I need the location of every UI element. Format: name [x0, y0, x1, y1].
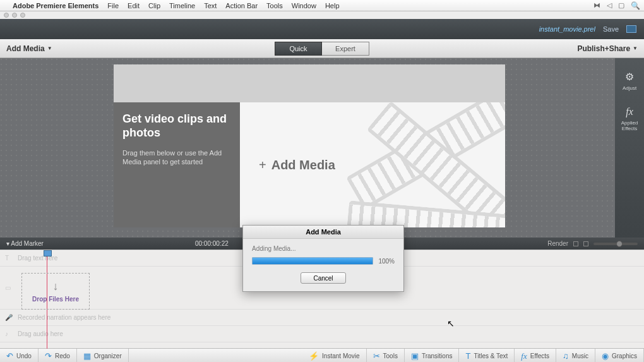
add-media-dropdown[interactable]: Add Media ▼ [0, 44, 59, 53]
tools-button[interactable]: ✂Tools [367, 349, 405, 363]
graphics-icon: ◉ [602, 351, 609, 361]
menu-tools[interactable]: Tools [266, 2, 283, 9]
adjust-tab[interactable]: ⚙ Adjust [623, 71, 636, 91]
instruction-heading: Get video clips and photos [122, 112, 231, 140]
timecode: 00:00:00:22 [195, 240, 229, 247]
filmstrip-decoration [366, 102, 505, 227]
menu-clip[interactable]: Clip [148, 2, 160, 9]
action-bar: ↶Undo ↷Redo ▦Organizer ⚡Instant Movie ✂T… [0, 348, 644, 362]
undo-icon: ↶ [6, 351, 13, 361]
graphics-button[interactable]: ◉Graphics [595, 349, 644, 363]
mic-track-icon: 🎤 [5, 314, 13, 321]
instruction-panel: Get video clips and photos Drag them bel… [114, 102, 240, 227]
monitor-stage: Get video clips and photos Drag them bel… [0, 58, 644, 238]
redo-icon: ↷ [45, 351, 52, 361]
tab-expert[interactable]: Expert [322, 42, 369, 56]
instant-movie-button[interactable]: ⚡Instant Movie [302, 349, 366, 363]
chevron-down-icon: ▼ [633, 45, 638, 51]
organizer-button[interactable]: ▦Organizer [77, 349, 129, 363]
menu-file[interactable]: File [107, 2, 119, 9]
menu-edit[interactable]: Edit [128, 2, 140, 9]
music-button[interactable]: ♫Music [556, 349, 595, 363]
menu-help[interactable]: Help [325, 2, 340, 9]
effects-label: Applied Effects [615, 120, 644, 131]
view-icon-1[interactable] [573, 241, 578, 246]
effects-button[interactable]: fxEffects [515, 349, 556, 363]
text-track-icon: T [5, 255, 13, 262]
battery-icon[interactable]: ▢ [618, 1, 624, 9]
zoom-icon[interactable] [20, 13, 25, 18]
dialog-status: Adding Media... [252, 245, 395, 252]
render-button[interactable]: Render [547, 240, 568, 247]
fullscreen-icon[interactable] [626, 25, 636, 33]
spotlight-icon[interactable]: 🔍 [631, 1, 640, 10]
progress-bar [252, 257, 373, 265]
tab-quick[interactable]: Quick [275, 42, 322, 56]
titles-icon: T [465, 351, 470, 361]
minimize-icon[interactable] [12, 13, 17, 18]
drop-zone-label: Drop Files Here [32, 296, 79, 303]
menu-timeline[interactable]: Timeline [169, 2, 195, 9]
app-titlebar: instant_movie.prel Save [0, 19, 644, 39]
narration-track-hint: Recorded narration appears here [18, 314, 110, 321]
transition-icon: ▣ [411, 351, 419, 361]
chevron-down-icon: ▼ [47, 45, 52, 51]
adjust-label: Adjust [623, 85, 636, 91]
dialog-title: Add Media [243, 226, 403, 239]
arrow-down-icon: ↓ [53, 280, 59, 293]
audio-track-icon: ♪ [5, 330, 13, 337]
audio-track-hint: Drag audio here [18, 330, 63, 337]
video-track-icon: ▭ [5, 284, 13, 291]
monitor-empty-area [114, 64, 505, 102]
transitions-button[interactable]: ▣Transitions [405, 349, 460, 363]
sliders-icon: ⚙ [625, 71, 634, 83]
effects-icon: fx [521, 351, 527, 361]
wand-icon: ⚡ [309, 351, 319, 361]
organizer-icon: ▦ [83, 351, 91, 361]
instruction-sub: Drag them below or use the Add Media pan… [122, 148, 231, 167]
add-media-label: Add Media [6, 44, 45, 53]
save-button[interactable]: Save [603, 25, 619, 33]
volume-icon[interactable]: ◁ [607, 1, 612, 9]
wrench-icon: ✂ [373, 351, 380, 361]
music-icon: ♫ [563, 351, 569, 361]
wifi-icon[interactable]: ⧓ [593, 1, 600, 9]
cursor-icon: ↖ [447, 318, 455, 329]
redo-button[interactable]: ↷Redo [39, 349, 77, 363]
view-icon-2[interactable] [583, 241, 588, 246]
plus-icon: + [259, 158, 266, 172]
add-media-panel[interactable]: +Add Media [240, 102, 505, 227]
cancel-button[interactable]: Cancel [301, 272, 346, 284]
add-media-dialog: Add Media Adding Media... 100% Cancel [242, 225, 404, 292]
add-media-text: Add Media [271, 158, 335, 172]
menu-text[interactable]: Text [204, 2, 217, 9]
progress-percent: 100% [378, 258, 395, 265]
publish-share-dropdown[interactable]: Publish+Share ▼ [571, 44, 644, 53]
applied-effects-tab[interactable]: fx Applied Effects [615, 106, 644, 131]
project-name: instant_movie.prel [539, 25, 595, 33]
right-panel: ⚙ Adjust fx Applied Effects [615, 58, 644, 238]
publish-label: Publish+Share [577, 44, 630, 53]
titles-button[interactable]: TTitles & Text [459, 349, 515, 363]
undo-button[interactable]: ↶Undo [0, 349, 39, 363]
zoom-slider[interactable] [593, 243, 638, 245]
mode-toolbar: Add Media ▼ Quick Expert Publish+Share ▼ [0, 39, 644, 58]
app-name[interactable]: Adobe Premiere Elements [13, 2, 98, 9]
close-icon[interactable] [4, 13, 9, 18]
fx-icon: fx [626, 106, 633, 118]
window-traffic-lights [0, 11, 644, 19]
menu-actionbar[interactable]: Action Bar [225, 2, 258, 9]
menu-window[interactable]: Window [292, 2, 316, 9]
drop-zone[interactable]: ↓ Drop Files Here [21, 273, 90, 310]
os-menubar: Adobe Premiere Elements File Edit Clip T… [0, 0, 644, 11]
add-marker-button[interactable]: ▾ Add Marker [6, 240, 44, 247]
